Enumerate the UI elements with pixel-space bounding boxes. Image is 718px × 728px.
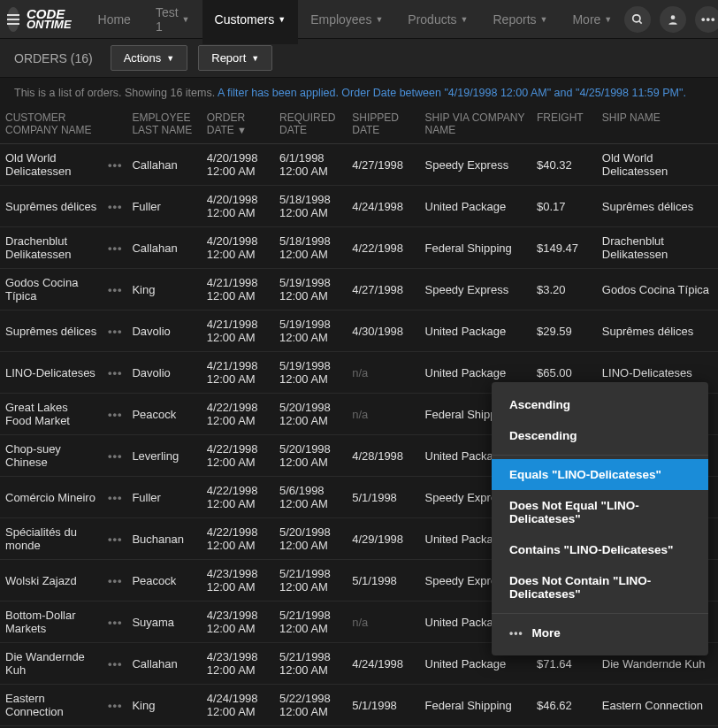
cell-shipped: 4/30/1998 [347, 310, 419, 352]
nav-home[interactable]: Home [86, 0, 143, 44]
cell-menu[interactable]: ••• [103, 227, 126, 269]
cell-company: Suprêmes délices [0, 310, 103, 352]
ctx-more[interactable]: •••More [492, 617, 708, 648]
cell-shipped: 4/24/1998 [347, 643, 419, 685]
cell-shipname: Suprêmes délices [597, 310, 718, 352]
table-row[interactable]: Old World Delicatessen•••Callahan4/20/19… [0, 144, 718, 186]
cell-menu[interactable]: ••• [103, 643, 126, 685]
ctx-not-contains[interactable]: Does Not Contain "LINO-Delicateses" [492, 565, 708, 609]
cell-shipname: Drachenblut Delikatessen [597, 227, 718, 269]
cell-company: Great Lakes Food Market [0, 394, 103, 435]
ctx-descending[interactable]: Descending [492, 420, 708, 451]
ctx-not-equals[interactable]: Does Not Equal "LINO-Delicateses" [492, 490, 708, 534]
cell-menu[interactable]: ••• [103, 518, 126, 560]
table-row[interactable]: Drachenblut Delikatessen•••Callahan4/20/… [0, 227, 718, 269]
col-employee[interactable]: EMPLOYEE LAST NAME [126, 104, 201, 144]
cell-company: LINO-Delicateses [0, 352, 103, 394]
cell-order: 4/24/1998 12:00 AM [202, 685, 274, 726]
cell-company: Chop-suey Chinese [0, 435, 103, 477]
menu-button[interactable] [7, 7, 19, 32]
ctx-more-label: More [532, 626, 561, 640]
filter-icon: ▼ [237, 125, 247, 135]
ctx-ascending[interactable]: Ascending [492, 389, 708, 420]
cell-company: Old World Delicatessen [0, 144, 103, 186]
cell-emp: King [126, 269, 201, 310]
cell-required: 5/19/1998 12:00 AM [274, 310, 347, 352]
cell-order: 4/23/1998 12:00 AM [202, 560, 274, 602]
cell-shipped: n/a [347, 352, 419, 394]
cell-emp: Buchanan [126, 518, 201, 560]
nav-employees[interactable]: Employees▼ [298, 0, 395, 44]
ctx-equals[interactable]: Equals "LINO-Delicateses" [492, 459, 708, 490]
cell-order: 4/21/1998 12:00 AM [202, 269, 274, 310]
col-shipname[interactable]: SHIP NAME [597, 104, 718, 144]
cell-menu[interactable]: ••• [103, 477, 126, 518]
cell-shipname: Godos Cocina Típica [597, 269, 718, 310]
caret-down-icon: ▼ [278, 15, 286, 24]
actions-button[interactable]: Actions▼ [111, 45, 188, 71]
table-row[interactable]: Eastern Connection•••King4/24/1998 12:00… [0, 685, 718, 726]
cell-order: 4/23/1998 12:00 AM [202, 643, 274, 685]
cell-order: 4/21/1998 12:00 AM [202, 310, 274, 352]
col-freight[interactable]: FREIGHT [531, 104, 597, 144]
cell-order: 4/23/1998 12:00 AM [202, 602, 274, 643]
cell-menu[interactable]: ••• [103, 269, 126, 310]
nav-products[interactable]: Products▼ [395, 0, 480, 44]
nav-reports[interactable]: Reports▼ [481, 0, 561, 44]
nav-test-1[interactable]: Test 1▼ [143, 0, 202, 44]
cell-shipname: Eastern Connection [597, 685, 718, 726]
table-row[interactable]: Suprêmes délices•••Davolio4/21/1998 12:0… [0, 310, 718, 352]
cell-required: 5/21/1998 12:00 AM [274, 560, 347, 602]
nav-more[interactable]: More▼ [560, 0, 624, 44]
cell-menu[interactable]: ••• [103, 394, 126, 435]
cell-menu[interactable]: ••• [103, 435, 126, 477]
col-shipvia[interactable]: SHIP VIA COMPANY NAME [420, 104, 532, 144]
cell-order: 4/22/1998 12:00 AM [202, 435, 274, 477]
col-customer[interactable]: CUSTOMER COMPANY NAME [0, 104, 103, 144]
breadcrumb[interactable]: ORDERS (16) [14, 51, 93, 65]
svg-line-1 [639, 20, 642, 23]
caret-down-icon: ▼ [251, 54, 259, 63]
cell-shipped: 4/24/1998 [347, 186, 419, 227]
cell-menu[interactable]: ••• [103, 186, 126, 227]
filter-link[interactable]: A filter has been applied. Order Date be… [218, 87, 686, 99]
cell-freight: $3.20 [531, 269, 597, 310]
ctx-contains[interactable]: Contains "LINO-Delicateses" [492, 534, 708, 565]
cell-company: Die Wandernde Kuh [0, 643, 103, 685]
search-button[interactable] [624, 6, 651, 33]
cell-emp: Callahan [126, 227, 201, 269]
table-row[interactable]: Godos Cocina Típica•••King4/21/1998 12:0… [0, 269, 718, 310]
cell-menu[interactable]: ••• [103, 685, 126, 726]
cell-shipvia: Speedy Express [420, 144, 532, 186]
report-button[interactable]: Report▼ [198, 45, 272, 71]
main-nav: HomeTest 1▼Customers▼Employees▼Products▼… [86, 0, 625, 44]
top-icons: ••• [624, 6, 718, 33]
user-button[interactable] [660, 6, 686, 33]
cell-company: Bottom-Dollar Markets [0, 602, 103, 643]
cell-menu[interactable]: ••• [103, 602, 126, 643]
col-orderdate[interactable]: ORDER DATE▼ [202, 104, 274, 144]
cell-shipped: 4/22/1998 [347, 227, 419, 269]
cell-menu[interactable]: ••• [103, 352, 126, 394]
cell-freight: $29.59 [531, 310, 597, 352]
cell-company: Drachenblut Delikatessen [0, 227, 103, 269]
cell-freight: $0.17 [531, 186, 597, 227]
col-required[interactable]: REQUIRED DATE [274, 104, 347, 144]
nav-customers[interactable]: Customers▼ [202, 0, 299, 44]
table-row[interactable]: Suprêmes délices•••Fuller4/20/1998 12:00… [0, 186, 718, 227]
cell-menu[interactable]: ••• [103, 310, 126, 352]
cell-company: Spécialités du monde [0, 518, 103, 560]
cell-required: 5/20/1998 12:00 AM [274, 518, 347, 560]
cell-menu[interactable]: ••• [103, 560, 126, 602]
topbar: CODE ONTIME HomeTest 1▼Customers▼Employe… [0, 0, 718, 39]
cell-shipname: Suprêmes délices [597, 186, 718, 227]
col-shipped[interactable]: SHIPPED DATE [347, 104, 419, 144]
more-button[interactable]: ••• [695, 6, 718, 33]
caret-down-icon: ▼ [604, 15, 612, 24]
cell-required: 5/20/1998 12:00 AM [274, 435, 347, 477]
cell-company: Comércio Mineiro [0, 477, 103, 518]
cell-menu[interactable]: ••• [103, 144, 126, 186]
cell-shipped: 4/28/1998 [347, 435, 419, 477]
col-menu [103, 104, 126, 144]
svg-point-2 [671, 15, 676, 19]
